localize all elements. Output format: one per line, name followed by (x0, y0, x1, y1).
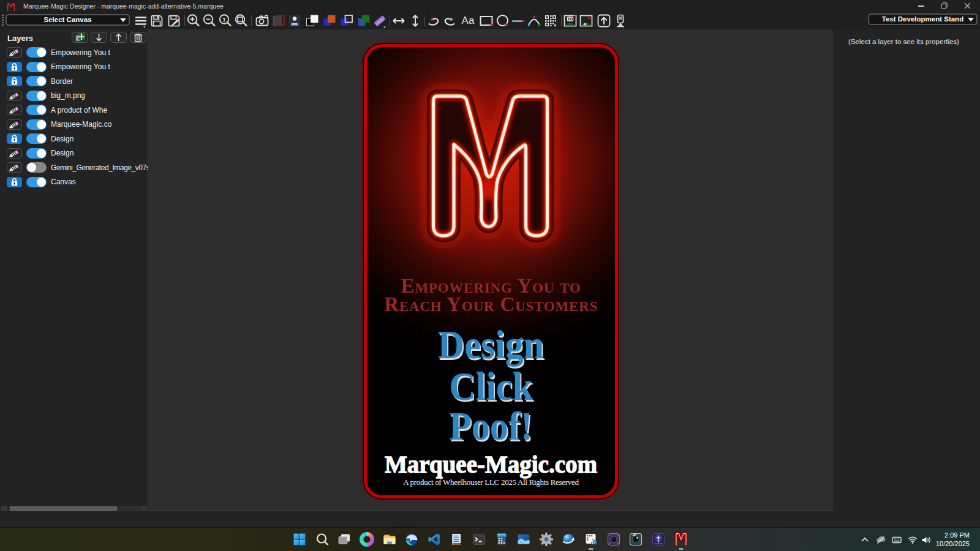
svg-text:1: 1 (222, 16, 226, 23)
svg-text:Aa: Aa (462, 15, 475, 26)
